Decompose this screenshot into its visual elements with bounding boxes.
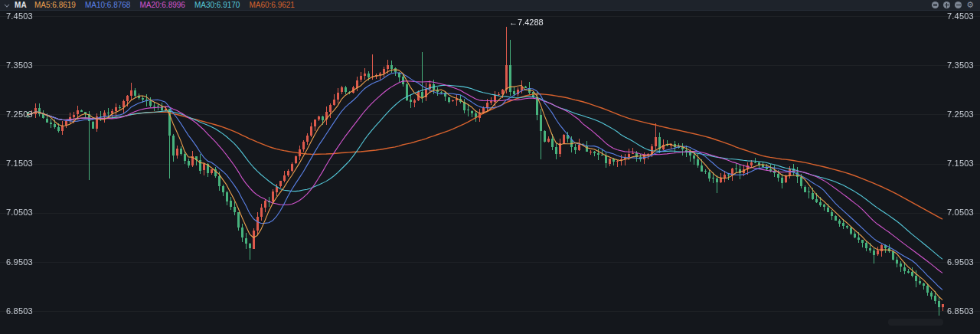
chart-toolbar: ⚙ xyxy=(932,2,980,8)
candlestick-chart[interactable] xyxy=(0,0,980,334)
chart-window: MA MA5:6.8619 MA10:6.8768 MA20:6.8996 MA… xyxy=(0,0,980,334)
price-label-r-3: 7.1503 xyxy=(947,159,974,168)
watermark xyxy=(888,319,943,326)
settings-gear-icon[interactable]: ⚙ xyxy=(966,2,974,8)
price-label-l-5: 6.9503 xyxy=(6,257,33,267)
legend-ma30: MA30:6.9170 xyxy=(194,1,240,9)
price-label-r-0: 7.4503 xyxy=(947,11,974,21)
legend-ma10: MA10:6.8768 xyxy=(85,1,131,9)
legend-ma60: MA60:6.9621 xyxy=(249,1,295,9)
price-annotation: ←7.4288 xyxy=(509,18,544,27)
price-label-l-0: 7.4503 xyxy=(6,11,33,21)
price-label-r-4: 7.0503 xyxy=(947,208,974,217)
legend-ma5: MA5:6.8619 xyxy=(34,1,76,9)
price-label-r-6: 6.8503 xyxy=(947,306,974,316)
zoom-out-icon[interactable] xyxy=(955,2,962,8)
price-label-l-4: 7.0503 xyxy=(6,208,33,217)
price-label-l-3: 7.1503 xyxy=(6,159,33,168)
price-label-l-6: 6.8503 xyxy=(6,306,33,316)
zoom-in-icon[interactable] xyxy=(943,2,950,8)
price-label-r-2: 7.2503 xyxy=(947,110,974,119)
price-label-r-5: 6.9503 xyxy=(947,257,974,267)
indicator-label[interactable]: MA xyxy=(15,1,27,9)
price-label-r-1: 7.3503 xyxy=(947,61,974,70)
chevron-down-icon[interactable] xyxy=(5,2,10,7)
price-label-l-2: 7.2503 xyxy=(6,110,33,119)
price-label-l-1: 7.3503 xyxy=(6,61,33,70)
indicator-menu-icon[interactable] xyxy=(932,2,939,8)
indicator-bar: MA MA5:6.8619 MA10:6.8768 MA20:6.8996 MA… xyxy=(0,0,980,11)
legend-ma20: MA20:6.8996 xyxy=(139,1,185,9)
